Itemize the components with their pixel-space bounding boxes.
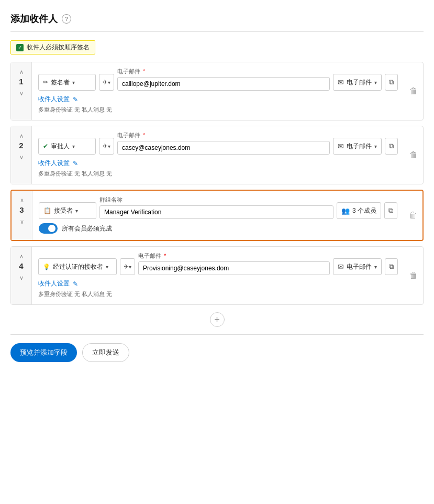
recipient-inputs-2: ✔ 审批人 ▾ ✈ ▾ 电子邮件 * ✉ (38, 132, 398, 155)
all-members-toggle-3[interactable] (39, 223, 58, 234)
recipient-settings-link-4[interactable]: 收件人设置 ✎ (38, 279, 398, 288)
role-select-3[interactable]: 📋 接受者 ▾ (39, 202, 96, 219)
page-title: 添加收件人 (10, 13, 58, 25)
recipient-row-top-1: ✏ 签名者 ▾ ✈ ▾ 电子邮件 * ✉ (38, 68, 398, 91)
footer-divider (10, 334, 424, 335)
send-method-icon-4: ✈ (124, 263, 129, 270)
arrow-up-3[interactable]: ∧ (20, 196, 24, 205)
email-group-2: 电子邮件 * (117, 132, 330, 155)
copy-btn-2[interactable]: ⧉ (385, 138, 398, 155)
delivery-label-2: 电子邮件 (347, 142, 372, 151)
settings-label-4: 收件人设置 (38, 279, 70, 288)
arrow-down-3[interactable]: ∨ (20, 217, 24, 227)
envelope-icon-1: ✉ (338, 78, 344, 86)
delete-col-3: 🗑 (404, 205, 422, 225)
role-group-3: 📋 接受者 ▾ (39, 202, 96, 219)
toggle-row-3: 所有会员必须完成 (39, 223, 397, 234)
arrow-up-2[interactable]: ∧ (19, 132, 24, 141)
member-badge-3[interactable]: 👥 3 个成员 (337, 202, 381, 219)
copy-icon-4: ⧉ (389, 262, 394, 271)
role-group-4: 💡 经过认证的接收者 ▾ (38, 258, 117, 275)
toggle-label-3: 所有会员必须完成 (62, 224, 112, 233)
recipient-row-4: ∧ 4 ∨ 💡 经过认证的接收者 ▾ ✈ ▾ 电子邮件 (10, 246, 424, 305)
add-recipient-row: + (10, 312, 424, 327)
email-input-2[interactable] (117, 141, 330, 155)
delete-btn-2[interactable]: 🗑 (409, 150, 418, 160)
help-icon[interactable]: ? (62, 14, 71, 24)
number-col-4: ∧ 4 ∨ (11, 247, 32, 304)
recipient-row-3: ∧ 3 ∨ 📋 接受者 ▾ 群组名称 (10, 190, 424, 241)
meta-info-4: 多重身份验证 无 私人消息 无 (38, 290, 398, 298)
role-chevron-3: ▾ (75, 208, 78, 214)
recipient-content-1: ✏ 签名者 ▾ ✈ ▾ 电子邮件 * ✉ (32, 62, 404, 120)
email-label-2: 电子邮件 * (117, 132, 330, 139)
recipient-row-top-4: 💡 经过认证的接收者 ▾ ✈ ▾ 电子邮件 * (38, 252, 398, 275)
role-icon-4: 💡 (43, 264, 50, 270)
role-select-1[interactable]: ✏ 签名者 ▾ (38, 74, 96, 91)
arrow-down-4[interactable]: ∨ (19, 273, 24, 283)
recipient-row-top-3: 📋 接受者 ▾ 群组名称 👥 3 个成员 ⧉ (39, 196, 397, 219)
role-select-2[interactable]: ✔ 审批人 ▾ (38, 138, 96, 155)
delete-col-1: 🗑 (404, 81, 423, 101)
action-bar: 预览并添加字段 立即发送 (10, 343, 424, 362)
delivery-chevron-1: ▾ (374, 80, 377, 85)
email-delivery-2[interactable]: ✉ 电子邮件 ▾ (333, 138, 382, 155)
role-chevron-2: ▾ (72, 144, 75, 149)
role-select-4[interactable]: 💡 经过认证的接收者 ▾ (38, 258, 117, 275)
arrow-up-1[interactable]: ∧ (19, 68, 24, 77)
arrow-down-2[interactable]: ∨ (19, 153, 24, 162)
group-name-group-3: 群组名称 (99, 196, 333, 219)
arrow-up-4[interactable]: ∧ (19, 252, 24, 261)
edit-icon-1: ✎ (73, 96, 78, 103)
group-name-input-3[interactable] (99, 205, 333, 219)
number-col-3: ∧ 3 ∨ (12, 191, 32, 240)
send-now-button[interactable]: 立即发送 (82, 343, 129, 362)
email-delivery-4[interactable]: ✉ 电子邮件 ▾ (333, 258, 382, 275)
delete-btn-4[interactable]: 🗑 (409, 271, 418, 280)
role-group-2: ✔ 审批人 ▾ (38, 138, 96, 155)
preview-add-fields-button[interactable]: 预览并添加字段 (10, 343, 77, 362)
arrow-down-1[interactable]: ∨ (19, 89, 24, 98)
member-count-3: 3 个成员 (352, 206, 376, 215)
send-method-btn-2[interactable]: ✈ ▾ (99, 138, 114, 155)
delivery-chevron-4: ▾ (374, 264, 377, 270)
role-icon-1: ✏ (43, 79, 48, 86)
meta-info-1: 多重身份验证 无 私人消息 无 (38, 106, 398, 114)
copy-btn-4[interactable]: ⧉ (385, 258, 398, 275)
recipient-content-3: 📋 接受者 ▾ 群组名称 👥 3 个成员 ⧉ (32, 191, 404, 240)
delivery-label-1: 电子邮件 (347, 78, 372, 87)
delete-btn-3[interactable]: 🗑 (409, 211, 417, 220)
delivery-label-4: 电子邮件 (347, 262, 372, 271)
recipient-inputs-3: 📋 接受者 ▾ 群组名称 👥 3 个成员 ⧉ (39, 196, 397, 219)
email-input-4[interactable] (138, 261, 330, 275)
recipient-settings-link-1[interactable]: 收件人设置 ✎ (38, 95, 398, 104)
delete-col-4: 🗑 (404, 266, 423, 286)
email-group-4: 电子邮件 * (138, 252, 330, 275)
send-method-chevron-4: ▾ (129, 264, 131, 270)
role-label-4: 经过认证的接收者 (53, 262, 103, 271)
order-badge: 收件人必须按顺序签名 (10, 40, 95, 54)
recipient-row-top-2: ✔ 审批人 ▾ ✈ ▾ 电子邮件 * ✉ (38, 132, 398, 155)
copy-icon-3: ⧉ (388, 206, 393, 215)
email-delivery-1[interactable]: ✉ 电子邮件 ▾ (333, 74, 382, 91)
copy-btn-3[interactable]: ⧉ (384, 202, 397, 219)
settings-label-1: 收件人设置 (38, 95, 70, 104)
add-recipient-button[interactable]: + (210, 312, 225, 327)
copy-btn-1[interactable]: ⧉ (385, 74, 398, 91)
send-method-btn-4[interactable]: ✈ ▾ (120, 258, 135, 275)
settings-label-2: 收件人设置 (38, 159, 70, 168)
delete-col-2: 🗑 (404, 145, 423, 165)
send-method-btn-1[interactable]: ✈ ▾ (99, 74, 114, 91)
meta-info-2: 多重身份验证 无 私人消息 无 (38, 170, 398, 178)
checkbox-icon (16, 44, 24, 51)
edit-icon-2: ✎ (73, 160, 78, 167)
edit-icon-4: ✎ (73, 280, 78, 288)
recipient-inputs-4: 💡 经过认证的接收者 ▾ ✈ ▾ 电子邮件 * (38, 252, 398, 275)
recipient-settings-link-2[interactable]: 收件人设置 ✎ (38, 159, 398, 168)
delete-btn-1[interactable]: 🗑 (409, 86, 418, 96)
number-col-2: ∧ 2 ∨ (11, 126, 32, 184)
email-input-1[interactable] (117, 77, 330, 91)
email-label-1: 电子邮件 * (117, 68, 330, 75)
role-chevron-4: ▾ (106, 264, 108, 270)
send-method-icon-2: ✈ (103, 143, 108, 150)
